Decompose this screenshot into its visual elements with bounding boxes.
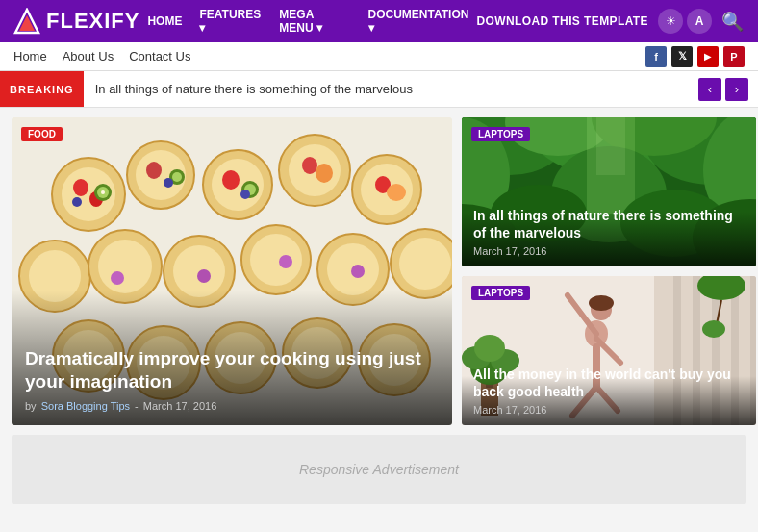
sub-nav-about[interactable]: About Us [63, 49, 114, 63]
sub-nav: Home About Us Contact Us f 𝕏 ▶ P [0, 42, 758, 71]
svg-point-24 [399, 238, 451, 290]
search-button[interactable]: 🔍 [721, 13, 745, 31]
featured-tag: FOOD [21, 127, 63, 141]
svg-point-35 [73, 179, 88, 196]
svg-point-37 [146, 162, 162, 179]
yoga-tag: LAPTOPS [471, 286, 530, 300]
svg-point-48 [72, 197, 82, 207]
svg-point-56 [387, 184, 406, 201]
svg-point-20 [250, 234, 302, 286]
nav-home[interactable]: HOME [139, 11, 190, 32]
yoga-overlay: All the money in the world can't buy you… [462, 356, 756, 425]
main-content: FOOD Dramatically improve your cooking u… [0, 108, 758, 435]
yoga-date: March 17, 2016 [473, 404, 745, 416]
main-header: FLEXIFY HOME FEATURES ▾ MEGA MENU ▾ DOCU… [0, 0, 758, 42]
sub-nav-links: Home About Us Contact Us [13, 49, 190, 63]
prev-arrow-button[interactable]: ‹ [698, 78, 721, 101]
svg-point-43 [101, 190, 105, 194]
ad-area: Responsive Advertisement [12, 435, 746, 504]
nature-overlay: In all things of nature there is somethi… [462, 197, 756, 266]
next-arrow-button[interactable]: › [725, 78, 748, 101]
featured-meta: by Sora Blogging Tips - March 17, 2016 [25, 400, 439, 412]
svg-point-55 [316, 164, 333, 183]
by-label: by [25, 400, 37, 412]
nature-date: March 17, 2016 [473, 245, 745, 257]
breaking-news-bar: BREAKING In all things of nature there i… [0, 71, 758, 108]
logo-icon [13, 8, 40, 35]
download-template-button[interactable]: DOWNLOAD THIS TEMPLATE [476, 14, 648, 28]
yoga-title: All the money in the world can't buy you… [473, 366, 745, 400]
featured-author: Sora Blogging Tips [41, 400, 130, 412]
nav-mega-menu[interactable]: MEGA MENU ▾ [271, 4, 358, 38]
accessibility-button[interactable]: A [687, 9, 712, 34]
svg-point-53 [279, 255, 292, 268]
svg-marker-1 [19, 15, 35, 31]
facebook-icon[interactable]: f [645, 46, 667, 67]
svg-point-16 [98, 240, 152, 293]
twitter-icon[interactable]: 𝕏 [671, 46, 693, 67]
sub-nav-home[interactable]: Home [13, 49, 47, 63]
svg-point-51 [111, 271, 124, 285]
pinterest-icon[interactable]: P [723, 46, 745, 67]
featured-overlay: Dramatically improve your cooking using … [12, 328, 452, 425]
nature-card[interactable]: LAPTOPS In all things of nature there is… [462, 117, 756, 266]
social-links: f 𝕏 ▶ P [645, 46, 745, 67]
logo[interactable]: FLEXIFY [13, 8, 139, 35]
svg-point-39 [302, 157, 317, 174]
right-column: LAPTOPS In all things of nature there is… [462, 117, 756, 425]
yoga-card[interactable]: LAPTOPS All the money in the world can't… [462, 276, 756, 425]
svg-point-54 [351, 265, 365, 278]
ad-text: Responsive Advertisement [299, 462, 459, 477]
sub-nav-contact[interactable]: Contact Us [129, 49, 190, 63]
breaking-text: In all things of nature there is somethi… [84, 82, 698, 96]
nav-features[interactable]: FEATURES ▾ [191, 4, 269, 38]
logo-text: FLEXIFY [46, 9, 139, 34]
main-nav: HOME FEATURES ▾ MEGA MENU ▾ DOCUMENTATIO… [139, 4, 476, 38]
featured-title: Dramatically improve your cooking using … [25, 347, 439, 394]
svg-point-38 [222, 170, 240, 190]
svg-point-50 [240, 190, 250, 199]
dash: - [135, 400, 139, 412]
featured-date: March 17, 2016 [143, 400, 216, 412]
svg-rect-68 [596, 117, 625, 175]
nature-title: In all things of nature there is somethi… [473, 207, 745, 241]
featured-card[interactable]: FOOD Dramatically improve your cooking u… [12, 117, 452, 425]
svg-point-45 [172, 172, 182, 182]
svg-point-84 [589, 295, 614, 311]
svg-point-98 [702, 320, 725, 338]
svg-point-49 [164, 178, 173, 188]
breaking-arrows: ‹ › [698, 78, 758, 101]
nature-tag: LAPTOPS [471, 127, 530, 141]
nav-documentation[interactable]: DOCUMENTATION ▾ [361, 4, 477, 38]
svg-point-18 [173, 245, 225, 297]
brightness-icon-button[interactable]: ☀ [658, 9, 683, 34]
youtube-icon[interactable]: ▶ [697, 46, 719, 67]
breaking-label: BREAKING [0, 71, 84, 107]
svg-point-52 [197, 269, 211, 283]
